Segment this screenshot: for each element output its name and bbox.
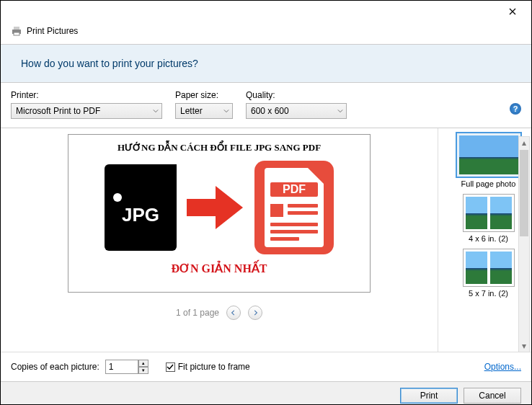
layout-thumbnail bbox=[490, 197, 512, 229]
pager-text: 1 of 1 page bbox=[176, 308, 219, 318]
prev-page-button[interactable] bbox=[226, 306, 241, 320]
banner: How do you want to print your pictures? bbox=[1, 44, 531, 83]
titlebar bbox=[1, 1, 531, 22]
checkbox-icon bbox=[166, 362, 175, 372]
fit-frame-label: Fit picture to frame bbox=[178, 362, 250, 372]
copies-spinner: ▲ ▼ bbox=[105, 360, 148, 374]
printer-icon bbox=[11, 25, 22, 37]
close-icon bbox=[509, 8, 516, 15]
preview-page: HƯỚNG DẪN CÁCH ĐỔI FILE JPG SANG PDF JPG… bbox=[68, 134, 371, 293]
preview-area: HƯỚNG DẪN CÁCH ĐỔI FILE JPG SANG PDF JPG… bbox=[1, 128, 438, 352]
quality-select[interactable]: 600 x 600 bbox=[246, 103, 347, 119]
layout-list[interactable]: Full page photo 4 x 6 in. (2) 5 x 7 in. … bbox=[438, 128, 531, 352]
svg-rect-2 bbox=[14, 32, 19, 35]
layout-thumbnail bbox=[459, 135, 518, 174]
bottom-row: Copies of each picture: ▲ ▼ Fit picture … bbox=[1, 352, 531, 381]
jpg-file-icon: JPG bbox=[105, 164, 177, 251]
scroll-down-button[interactable]: ▾ bbox=[519, 340, 529, 352]
preview-image-subtitle: ĐƠN GIẢN NHẤT bbox=[171, 262, 267, 275]
paper-group: Paper size: Letter bbox=[175, 90, 233, 119]
copies-down-button[interactable]: ▼ bbox=[138, 367, 148, 374]
copies-input[interactable] bbox=[105, 360, 138, 374]
layout-label: 4 x 6 in. (2) bbox=[469, 234, 508, 243]
layout-scrollbar[interactable]: ▴ ▾ bbox=[518, 136, 530, 352]
pager: 1 of 1 page bbox=[176, 306, 262, 320]
paper-select[interactable]: Letter bbox=[175, 103, 233, 119]
preview-image-title: HƯỚNG DẪN CÁCH ĐỔI FILE JPG SANG PDF bbox=[118, 142, 321, 153]
close-button[interactable] bbox=[501, 3, 524, 20]
chevron-down-icon bbox=[337, 108, 343, 114]
pdf-label: PDF bbox=[270, 182, 318, 197]
chevron-right-icon bbox=[252, 310, 258, 316]
printer-label: Printer: bbox=[11, 90, 162, 100]
controls-row: Printer: Microsoft Print to PDF Paper si… bbox=[1, 83, 531, 128]
jpg-label: JPG bbox=[105, 204, 177, 226]
layout-thumbnail bbox=[466, 197, 487, 229]
main-area: HƯỚNG DẪN CÁCH ĐỔI FILE JPG SANG PDF JPG… bbox=[1, 128, 531, 352]
options-link[interactable]: Options... bbox=[484, 362, 521, 372]
svg-rect-1 bbox=[14, 27, 19, 30]
printer-value: Microsoft Print to PDF bbox=[16, 106, 100, 116]
preview-graphic: JPG PDF bbox=[105, 161, 334, 254]
chevron-left-icon bbox=[231, 310, 236, 316]
cancel-button[interactable]: Cancel bbox=[464, 388, 521, 404]
pdf-file-icon: PDF bbox=[254, 161, 334, 254]
header: Print Pictures bbox=[1, 22, 531, 44]
window-title: Print Pictures bbox=[27, 26, 78, 36]
banner-question: How do you want to print your pictures? bbox=[21, 58, 511, 69]
chevron-down-icon bbox=[153, 108, 159, 114]
scroll-thumb[interactable] bbox=[520, 150, 528, 236]
arrow-icon bbox=[187, 186, 244, 229]
quality-value: 600 x 600 bbox=[251, 106, 289, 116]
help-icon[interactable]: ? bbox=[510, 103, 521, 115]
paper-value: Letter bbox=[180, 106, 203, 116]
layout-label: 5 x 7 in. (2) bbox=[469, 289, 508, 298]
print-button[interactable]: Print bbox=[400, 388, 458, 404]
quality-group: Quality: 600 x 600 bbox=[246, 90, 347, 119]
footer: Print Cancel bbox=[1, 381, 531, 405]
printer-group: Printer: Microsoft Print to PDF bbox=[11, 90, 162, 119]
printer-select[interactable]: Microsoft Print to PDF bbox=[11, 103, 162, 119]
fit-frame-checkbox[interactable]: Fit picture to frame bbox=[166, 362, 250, 372]
paper-label: Paper size: bbox=[175, 90, 233, 100]
chevron-down-icon bbox=[223, 108, 229, 114]
scroll-up-button[interactable]: ▴ bbox=[519, 137, 529, 148]
copies-up-button[interactable]: ▲ bbox=[138, 360, 148, 367]
layout-label: Full page photo bbox=[461, 179, 516, 188]
quality-label: Quality: bbox=[246, 90, 347, 100]
copies-label: Copies of each picture: bbox=[11, 362, 99, 372]
next-page-button[interactable] bbox=[248, 306, 262, 320]
layout-thumbnail bbox=[466, 252, 487, 284]
layout-thumbnail bbox=[490, 252, 512, 284]
